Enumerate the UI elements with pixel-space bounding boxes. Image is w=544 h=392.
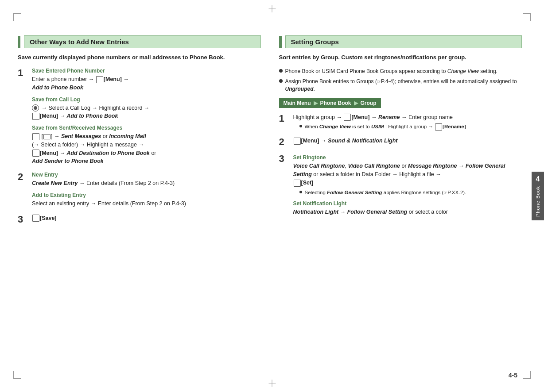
right-step-1-body: Highlight a group → [Menu] → Rename → En… [293,113,522,122]
step-2b-body: Select an existing entry → Enter details… [32,200,261,208]
step-2b-title: Add to Existing Entry [32,192,261,198]
set-ringtone-body: Voice Call Ringtone, Video Call Ringtone… [293,162,522,187]
crosshair-bottom [272,380,272,387]
corner-mark-bl [13,371,21,379]
menu-icon-1b [32,113,39,120]
sub-note-text: When Change View is set to USIM : Highli… [305,123,466,131]
step-1b-body: → Select a Call Log → Highlight a record… [32,104,261,121]
step-1-content: Save Entered Phone Number Enter a phone … [32,68,261,165]
step-1: 1 Save Entered Phone Number Enter a phon… [18,68,261,165]
step-1c-body: [] → Sent Messages or Incoming Mail (→ S… [32,132,261,165]
right-step-2-body: [Menu] → Sound & Notification Light [293,137,522,145]
bullet-2-text: Assign Phone Book entries to Groups (☞P.… [285,78,522,93]
breadcrumb-main-menu: Main Menu [284,100,311,106]
step-1b-title: Save from Call Log [32,96,261,103]
step-2a-body: Create New Entry → Enter details (From S… [32,179,261,188]
breadcrumb-nav: Main Menu ▶ Phone Book ▶ Group [279,98,381,108]
side-tab-number: 4 [536,175,540,183]
step-2-content: New Entry Create New Entry → Enter detai… [32,172,261,208]
bullet-dot-1 [279,69,283,73]
right-section-intro: Sort entries by Group. Custom set ringto… [279,54,522,61]
corner-mark-tl [13,13,21,21]
right-step-2: 2 [Menu] → Sound & Notification Light [279,137,522,147]
left-section-intro: Save currently displayed phone numbers o… [18,54,261,61]
ringtone-note-text: Selecting Follow General Setting applies… [305,189,466,196]
menu-icon-3 [32,215,39,222]
right-step-1: 1 Highlight a group → [Menu] → Rename → … [279,113,522,131]
bullet-1: Phone Book or USIM Card Phone Book Group… [279,68,522,75]
step-3-content: [Save] [32,214,261,223]
right-column: Setting Groups Sort entries by Group. Cu… [270,35,522,365]
step-2-number: 2 [18,172,28,182]
side-tab: 4 Phone Book [532,172,544,220]
set-ringtone-title: Set Ringtone [293,154,522,161]
mail-icon [43,134,51,139]
breadcrumb-group: Group [361,100,377,106]
step-1a-body: Enter a phone number → [Menu] → Add to P… [32,75,261,92]
step-1a-title: Save Entered Phone Number [32,68,261,74]
crosshair-top [272,5,272,12]
menu-icon-1c2 [32,150,39,157]
step-3-number: 3 [18,214,28,225]
sub-bullet-dot [299,125,302,127]
right-step-3-number: 3 [279,154,290,164]
sep-1: ▶ [314,100,318,106]
set-notification-body: Notification Light → Follow General Sett… [293,208,522,216]
right-step-3: 3 Set Ringtone Voice Call Ringtone, Vide… [279,154,522,216]
right-section-header: Setting Groups [279,35,522,48]
right-step-1-number: 1 [279,113,290,124]
menu-icon-1a [96,76,103,83]
right-section-title-box: Setting Groups [285,35,522,48]
menu-icon-r1 [344,114,351,121]
menu-icon-1c [32,133,39,140]
bullet-1-text: Phone Book or USIM Card Phone Book Group… [285,68,497,75]
right-step-2-number: 2 [279,137,290,147]
menu-icon-r2 [294,138,301,145]
left-section-title-box: Other Ways to Add New Entries [24,35,261,48]
right-step-2-content: [Menu] → Sound & Notification Light [293,137,522,145]
left-column: Other Ways to Add New Entries Save curre… [18,35,270,365]
sep-2: ▶ [354,100,358,106]
right-section-title: Setting Groups [291,38,517,46]
side-tab-text: Phone Book [535,186,540,217]
corner-mark-tr [523,13,531,21]
step-3: 3 [Save] [18,214,261,225]
corner-mark-br [523,371,531,379]
call-log-icon [32,104,39,111]
breadcrumb-phone-book: Phone Book [320,100,351,106]
left-section-header: Other Ways to Add New Entries [18,35,261,48]
right-step-1-content: Highlight a group → [Menu] → Rename → En… [293,113,522,131]
right-bullets: Phone Book or USIM Card Phone Book Group… [279,68,522,92]
ringtone-note: Selecting Follow General Setting applies… [299,189,522,196]
step-3-body: [Save] [32,214,261,223]
header-bar [18,36,20,48]
rename-icon [435,123,442,131]
step-1c-title: Save from Sent/Received Messages [32,125,261,131]
step-2a-title: New Entry [32,172,261,178]
bullet-dot-2 [279,79,283,83]
set-icon [294,180,301,187]
ringtone-note-dot [299,191,302,193]
main-content: Other Ways to Add New Entries Save curre… [18,35,522,365]
left-section-title: Other Ways to Add New Entries [30,38,255,46]
step-1-number: 1 [18,68,28,78]
set-notification-title: Set Notification Light [293,200,522,207]
step-2: 2 New Entry Create New Entry → Enter det… [18,172,261,208]
right-step-1-note: When Change View is set to USIM : Highli… [299,123,522,131]
bullet-2: Assign Phone Book entries to Groups (☞P.… [279,78,522,93]
page-number: 4-5 [509,372,517,379]
right-header-bar [279,36,282,48]
right-step-3-content: Set Ringtone Voice Call Ringtone, Video … [293,154,522,216]
